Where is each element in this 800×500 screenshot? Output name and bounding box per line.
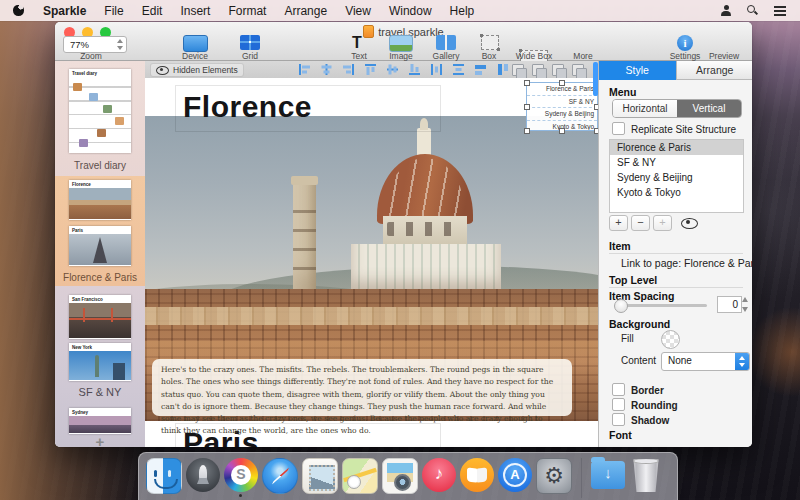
align-center-horizontal-icon[interactable] bbox=[320, 63, 333, 76]
remove-item-button[interactable]: − bbox=[631, 215, 650, 231]
insert-image-icon[interactable] bbox=[389, 35, 413, 52]
menu-item-file[interactable]: File bbox=[95, 4, 132, 18]
page-thumb-sydney[interactable]: Sydney bbox=[69, 408, 131, 434]
same-width-icon[interactable] bbox=[474, 63, 487, 76]
border-checkbox[interactable] bbox=[612, 383, 625, 396]
align-top-icon[interactable] bbox=[364, 63, 377, 76]
page-label-florence-paris[interactable]: Florence & Paris bbox=[55, 272, 145, 283]
menu-item-app[interactable]: Sparkle bbox=[34, 4, 95, 18]
dock-trash-icon[interactable] bbox=[629, 458, 663, 492]
page-thumb-new-york[interactable]: New York bbox=[69, 343, 131, 381]
list-item[interactable]: SF & NY bbox=[610, 155, 743, 170]
page-label-travel-diary[interactable]: Travel diary bbox=[55, 160, 145, 171]
bring-forward-icon[interactable] bbox=[512, 64, 524, 76]
title-bar[interactable]: travel.sparkle 77% Zoom Device Grid T Te… bbox=[55, 22, 752, 61]
tab-style[interactable]: Style bbox=[599, 61, 676, 80]
content-dropdown[interactable]: None bbox=[661, 352, 750, 371]
dock-photos-icon[interactable] bbox=[382, 458, 418, 494]
page-canvas[interactable]: Florence Paris Florence & Paris SF & NY … bbox=[145, 78, 598, 447]
menu-item-edit[interactable]: Edit bbox=[133, 4, 172, 18]
page-label-sf-ny[interactable]: SF & NY bbox=[55, 386, 145, 398]
bring-to-front-icon[interactable] bbox=[552, 64, 564, 76]
shadow-checkbox[interactable] bbox=[612, 413, 625, 426]
selection-handle[interactable] bbox=[524, 104, 530, 110]
list-item[interactable]: Sydeny & Beijing bbox=[610, 170, 743, 185]
menu-items-list[interactable]: Florence & Paris SF & NY Sydeny & Beijin… bbox=[609, 139, 744, 213]
tab-arrange[interactable]: Arrange bbox=[676, 61, 753, 80]
menu-widget-item[interactable]: Sydeny & Beijing bbox=[527, 108, 597, 121]
menu-item-arrange[interactable]: Arrange bbox=[275, 4, 336, 18]
item-spacing-slider[interactable] bbox=[615, 304, 707, 307]
device-icon[interactable] bbox=[183, 35, 208, 52]
dock-downloads-folder-icon[interactable] bbox=[591, 461, 625, 489]
list-item[interactable]: Florence & Paris bbox=[610, 140, 743, 155]
dock-safari-icon[interactable] bbox=[262, 458, 298, 494]
insert-gallery-icon[interactable] bbox=[436, 35, 456, 50]
insert-text-icon[interactable]: T bbox=[352, 35, 362, 50]
user-icon[interactable] bbox=[721, 5, 731, 16]
hidden-elements-button[interactable]: Hidden Elements bbox=[150, 63, 244, 77]
align-left-icon[interactable] bbox=[298, 63, 311, 76]
add-item-button[interactable]: + bbox=[609, 215, 628, 231]
page-thumb-san-francisco[interactable]: San Francisco bbox=[69, 295, 131, 339]
horizontal-option[interactable]: Horizontal bbox=[613, 100, 677, 117]
dock-ibooks-icon[interactable] bbox=[460, 458, 494, 492]
page-thumb-paris[interactable]: Paris bbox=[69, 226, 131, 266]
dock-finder-icon[interactable] bbox=[146, 458, 182, 494]
dock-sparkle-icon[interactable] bbox=[224, 458, 258, 492]
body-text-box[interactable]: Here's to the crazy ones. The misfits. T… bbox=[152, 359, 572, 416]
distribute-vertically-icon[interactable] bbox=[452, 63, 465, 76]
replicate-structure-checkbox[interactable] bbox=[612, 122, 625, 135]
distribute-horizontally-icon[interactable] bbox=[430, 63, 443, 76]
dock-mail-icon[interactable] bbox=[302, 458, 338, 494]
selection-handle[interactable] bbox=[594, 104, 598, 110]
heading-text-box[interactable]: Florence bbox=[175, 85, 441, 132]
hidden-elements-label: Hidden Elements bbox=[173, 65, 238, 75]
dock-app-store-icon[interactable] bbox=[498, 458, 532, 492]
menu-item-help[interactable]: Help bbox=[441, 4, 484, 18]
page-thumb-travel-diary[interactable]: Travel diary bbox=[69, 69, 131, 153]
dock-itunes-icon[interactable] bbox=[422, 458, 456, 492]
grid-icon[interactable] bbox=[240, 35, 260, 50]
align-bottom-icon[interactable] bbox=[408, 63, 421, 76]
dock-maps-icon[interactable] bbox=[342, 458, 378, 494]
selection-handle[interactable] bbox=[524, 80, 530, 86]
align-right-icon[interactable] bbox=[342, 63, 355, 76]
fill-color-well[interactable] bbox=[661, 330, 680, 349]
visibility-eye-icon[interactable] bbox=[681, 218, 698, 229]
spotlight-search-icon[interactable] bbox=[747, 5, 758, 16]
align-middle-icon[interactable] bbox=[386, 63, 399, 76]
dock-launchpad-icon[interactable] bbox=[186, 458, 220, 492]
item-spacing-value[interactable]: 0 bbox=[717, 296, 742, 313]
list-item[interactable]: Kyoto & Tokyo bbox=[610, 185, 743, 200]
page-thumb-florence[interactable]: Florence bbox=[69, 180, 131, 220]
add-folder-button[interactable]: + bbox=[653, 215, 672, 231]
stepper-arrows-icon[interactable] bbox=[116, 39, 124, 50]
thumb-title: New York bbox=[69, 343, 131, 351]
menu-item-view[interactable]: View bbox=[336, 4, 380, 18]
selection-handle[interactable] bbox=[594, 128, 598, 134]
insert-box-icon[interactable] bbox=[481, 35, 499, 50]
slider-knob[interactable] bbox=[614, 299, 628, 313]
menu-item-insert[interactable]: Insert bbox=[171, 4, 219, 18]
selection-handle[interactable] bbox=[559, 128, 565, 134]
menu-widget-item[interactable]: SF & NY bbox=[527, 96, 597, 109]
rounding-checkbox[interactable] bbox=[612, 398, 625, 411]
canvas-scrollbar[interactable] bbox=[593, 62, 598, 96]
menu-widget[interactable]: Florence & Paris SF & NY Sydeny & Beijin… bbox=[527, 83, 597, 130]
send-to-back-icon[interactable] bbox=[572, 64, 584, 76]
item-spacing-stepper[interactable] bbox=[741, 296, 750, 313]
apple-logo-icon[interactable] bbox=[13, 5, 24, 16]
dock-system-preferences-icon[interactable] bbox=[536, 458, 572, 494]
send-backward-icon[interactable] bbox=[532, 64, 544, 76]
link-to-page-text[interactable]: Link to page: Florence & Paris bbox=[621, 257, 752, 269]
same-height-icon[interactable] bbox=[496, 63, 509, 76]
add-page-button[interactable]: + bbox=[55, 433, 145, 447]
selection-handle[interactable] bbox=[559, 80, 565, 86]
menu-item-window[interactable]: Window bbox=[380, 4, 441, 18]
settings-icon[interactable]: i bbox=[677, 35, 693, 51]
notification-center-icon[interactable] bbox=[774, 6, 786, 16]
menu-item-format[interactable]: Format bbox=[219, 4, 275, 18]
vertical-option[interactable]: Vertical bbox=[677, 100, 741, 117]
selection-handle[interactable] bbox=[524, 128, 530, 134]
